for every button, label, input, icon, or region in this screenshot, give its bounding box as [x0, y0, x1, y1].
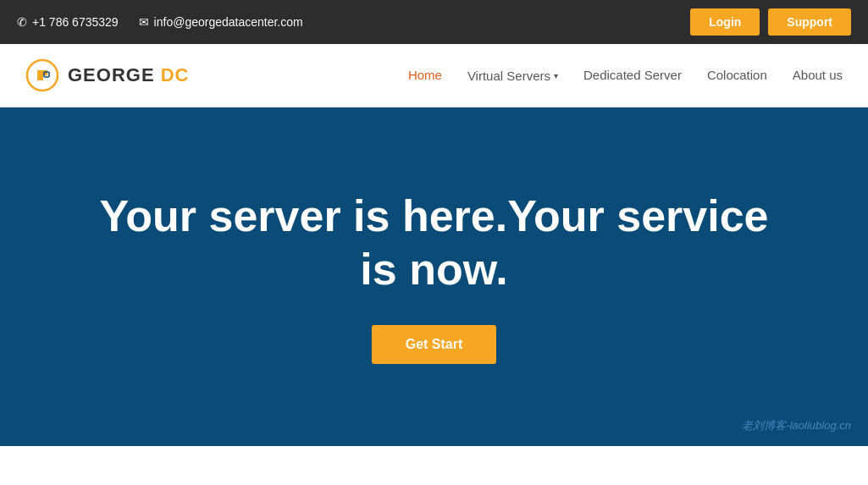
- nav-item-home[interactable]: Home: [408, 68, 442, 83]
- logo[interactable]: GEORGE DC: [25, 58, 189, 92]
- top-bar-left: ✆ +1 786 6735329 ✉ info@georgedatacenter…: [17, 15, 303, 29]
- nav-link-virtual-servers[interactable]: Virtual Servers ▾: [467, 69, 558, 83]
- logo-icon: [25, 58, 59, 92]
- top-bar: ✆ +1 786 6735329 ✉ info@georgedatacenter…: [0, 0, 868, 44]
- phone-contact: ✆ +1 786 6735329: [17, 15, 119, 29]
- hero-title: Your server is here.Your service is now.: [96, 190, 773, 295]
- nav-link-home[interactable]: Home: [408, 68, 442, 82]
- nav-item-colocation[interactable]: Colocation: [707, 68, 767, 83]
- nav-item-dedicated-server[interactable]: Dedicated Server: [583, 68, 682, 83]
- phone-number: +1 786 6735329: [32, 15, 119, 29]
- email-icon: ✉: [139, 15, 149, 29]
- nav-item-virtual-servers[interactable]: Virtual Servers ▾: [467, 69, 558, 83]
- support-button[interactable]: Support: [768, 8, 851, 36]
- nav-link-about-us[interactable]: About us: [793, 68, 843, 82]
- email-address: info@georgedatacenter.com: [154, 15, 303, 29]
- nav-link-colocation[interactable]: Colocation: [707, 68, 767, 82]
- email-contact: ✉ info@georgedatacenter.com: [139, 15, 303, 29]
- nav-item-about-us[interactable]: About us: [793, 68, 843, 83]
- top-bar-right: Login Support: [690, 8, 851, 36]
- watermark: 老刘博客-laoliublog.cn: [742, 418, 851, 433]
- chevron-down-icon: ▾: [554, 71, 558, 80]
- get-start-button[interactable]: Get Start: [372, 325, 497, 364]
- navbar: GEORGE DC Home Virtual Servers ▾ Dedicat…: [0, 44, 868, 107]
- logo-part2: DC: [161, 64, 190, 85]
- logo-part1: GEORGE: [68, 64, 161, 85]
- login-button[interactable]: Login: [690, 8, 760, 36]
- logo-text: GEORGE DC: [68, 64, 189, 86]
- nav-link-dedicated-server[interactable]: Dedicated Server: [583, 68, 682, 82]
- nav-menu: Home Virtual Servers ▾ Dedicated Server …: [408, 68, 843, 83]
- hero-section: Your server is here.Your service is now.…: [0, 107, 868, 446]
- phone-icon: ✆: [17, 15, 27, 29]
